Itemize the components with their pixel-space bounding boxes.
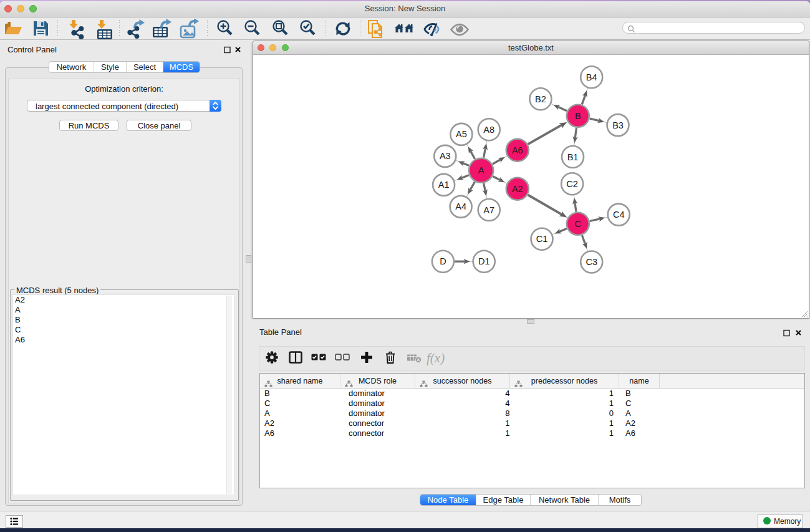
svg-text:B: B: [575, 111, 581, 121]
svg-text:C4: C4: [613, 210, 625, 220]
svg-text:A5: A5: [456, 129, 467, 139]
svg-text:B4: B4: [586, 72, 597, 82]
svg-text:C2: C2: [566, 179, 578, 189]
svg-text:D1: D1: [478, 256, 490, 266]
svg-text:A1: A1: [438, 180, 450, 190]
svg-text:f(x): f(x): [427, 351, 445, 365]
svg-text:C: C: [575, 219, 581, 229]
svg-text:C3: C3: [586, 257, 597, 267]
svg-text:A8: A8: [483, 125, 494, 135]
svg-text:A4: A4: [455, 201, 466, 211]
svg-text:B1: B1: [567, 152, 579, 162]
svg-text:A6: A6: [512, 145, 523, 155]
svg-text:C1: C1: [536, 234, 548, 244]
svg-text:D: D: [440, 256, 446, 266]
svg-text:B2: B2: [535, 94, 546, 104]
svg-text:A3: A3: [440, 151, 451, 161]
svg-text:A: A: [478, 165, 485, 175]
svg-text:A7: A7: [483, 205, 494, 215]
svg-text:B3: B3: [612, 120, 624, 130]
svg-text:A2: A2: [512, 184, 523, 194]
